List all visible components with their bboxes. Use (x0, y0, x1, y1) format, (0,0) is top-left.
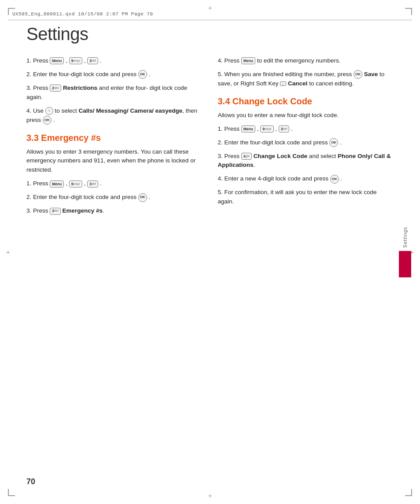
reg-mark-bottom-h (208, 496, 212, 496)
left-column: 1. Press Menu , 9wxyz , 3def . 2. Enter … (26, 56, 200, 469)
side-tab-bar (399, 251, 411, 277)
page-number: 70 (26, 477, 35, 486)
corner-mark-br (405, 489, 412, 496)
ok-key-34-4: OK (330, 175, 339, 184)
softkey-icon: ⌐ (280, 81, 286, 86)
ok-key-33-2: OK (138, 193, 147, 202)
section-33-right-list: 4. Press Menu to edit the emergency numb… (218, 56, 392, 88)
list-item: 1. Press Menu , 9wxyz , 3def . (26, 56, 200, 66)
key-9wxyz-1: 9wxyz (69, 57, 82, 64)
side-tab-label: Settings (402, 227, 408, 248)
list-item: 1. Press Menu , 9wxyz , 3def . (218, 125, 392, 134)
ok-key-2: OK (43, 116, 52, 125)
list-item: 2. Enter the four-digit lock code and pr… (26, 70, 200, 79)
list-item: 3. Press 4ghi Change Lock Code and selec… (218, 152, 392, 170)
ok-key-34-2: OK (329, 138, 338, 147)
section-34-heading: 3.4 Change Lock Code (218, 96, 392, 107)
list-item: 2. Enter the four-digit lock code and pr… (218, 138, 392, 147)
menu-key-33-1: Menu (50, 180, 64, 188)
list-item: 3. Press 2abc Restrictions and enter the… (26, 84, 200, 102)
key-9wxyz-33: 9wxyz (69, 180, 82, 188)
list-item: 5. For confirmation, it will ask you to … (218, 188, 392, 206)
key-3def-34: 3def (279, 125, 289, 132)
reg-mark-bottom-v (210, 494, 210, 498)
menu-key-34-1: Menu (241, 125, 255, 132)
two-column-layout: 1. Press Menu , 9wxyz , 3def . 2. Enter … (26, 56, 391, 469)
list-item: 2. Enter the four-digit lock code and pr… (26, 193, 200, 202)
list-item: 5. When you are finished editing the num… (218, 70, 392, 88)
page-title: Settings (26, 24, 391, 44)
header-bar: UX585_Eng_080911.qxd 10/15/08 2:07 PM Pa… (8, 8, 412, 20)
section-33-heading: 3.3 Emergency #s (26, 133, 200, 143)
key-3def-1: 3def (87, 57, 98, 64)
section-34-body: Allows you to enter a new four-digit loc… (218, 111, 392, 120)
corner-mark-bl (8, 489, 15, 496)
list-item: 3. Press 3def Emergency #s. (26, 206, 200, 216)
menu-key-1: Menu (50, 57, 64, 64)
nav-key: ○ (45, 107, 53, 115)
intro-list: 1. Press Menu , 9wxyz , 3def . 2. Enter … (26, 56, 200, 125)
list-item: 4. Press Menu to edit the emergency numb… (218, 56, 392, 66)
reg-mark-left-v (8, 250, 8, 254)
section-33-body: Allows you to enter 3 emergency numbers.… (26, 147, 200, 175)
side-tab: Settings (398, 227, 412, 278)
section-34-list: 1. Press Menu , 9wxyz , 3def . 2. Enter … (218, 125, 392, 206)
key-3def-33-3: 3def (50, 208, 60, 215)
list-item: 4. Use ○ to select Calls/ Messaging/ Cam… (26, 107, 200, 125)
key-4ghi-34: 4ghi (241, 153, 252, 160)
ok-key-1: OK (138, 70, 147, 79)
key-3def-33: 3def (87, 180, 98, 188)
list-item: 4. Enter a new 4-digit lock code and pre… (218, 174, 392, 184)
section-33-list: 1. Press Menu , 9wxyz , 3def . 2. Enter … (26, 179, 200, 216)
key-9wxyz-34: 9wxyz (260, 125, 273, 132)
key-2abc: 2abc (50, 85, 61, 92)
main-content: Settings 1. Press Menu , 9wxyz , 3def . … (26, 24, 391, 469)
right-column: 4. Press Menu to edit the emergency numb… (218, 56, 392, 469)
menu-key-r4: Menu (241, 57, 255, 64)
header-text: UX585_Eng_080911.qxd 10/15/08 2:07 PM Pa… (12, 11, 153, 17)
ok-key-r5: OK (354, 70, 362, 79)
list-item: 1. Press Menu , 9wxyz , 3def . (26, 179, 200, 188)
